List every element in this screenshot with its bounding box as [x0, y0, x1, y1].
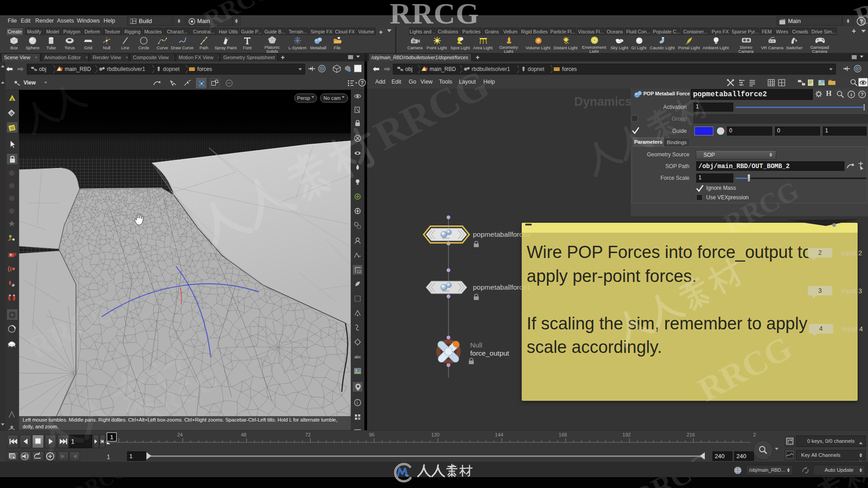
svg-text:?: ? — [861, 92, 864, 97]
svg-text:?: ? — [859, 18, 863, 25]
svg-text:i: i — [357, 400, 358, 405]
svg-text:?: ? — [361, 80, 364, 85]
svg-text:i: i — [850, 92, 852, 97]
svg-text:+: + — [823, 82, 825, 87]
svg-text:abc: abc — [354, 355, 361, 359]
svg-text:12: 12 — [357, 269, 361, 274]
